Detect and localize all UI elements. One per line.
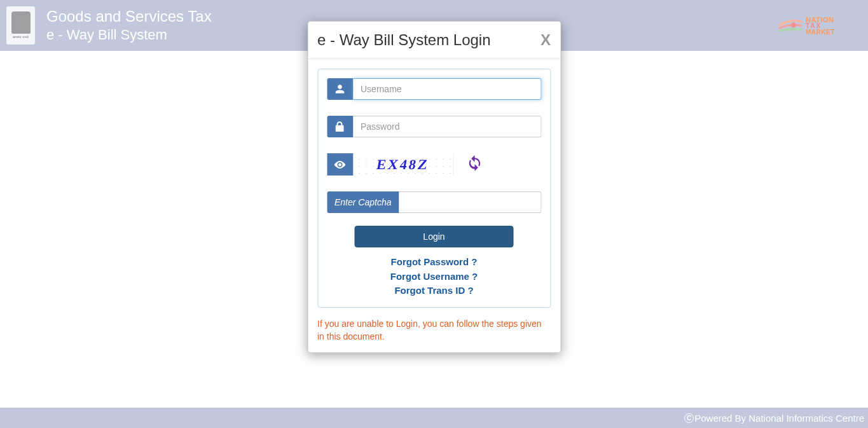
forgot-username-link[interactable]: Forgot Username ? [390,270,478,284]
login-button[interactable]: Login [355,226,514,247]
modal-body: EX48Z Enter Captcha Login Forgot Passwor… [308,59,560,352]
nation-tax-market-logo: NATION TAX MARKET [778,15,860,37]
help-links: Forgot Password ? Forgot Username ? Forg… [327,255,541,298]
login-panel: EX48Z Enter Captcha Login Forgot Passwor… [317,69,551,308]
header-title-main: Goods and Services Tax [46,6,212,26]
forgot-password-link[interactable]: Forgot Password ? [391,255,478,270]
lock-icon [327,116,353,137]
modal-title: e - Way Bill System Login [317,31,491,49]
username-group [327,78,541,100]
page-footer: C Powered By National Informatics Centre [0,408,868,428]
password-group [327,116,541,137]
header-titles: Goods and Services Tax e - Way Bill Syst… [46,6,212,45]
captcha-display-row: EX48Z [327,153,541,176]
footer-text: Powered By National Informatics Centre [694,413,864,424]
header-title-sub: e - Way Bill System [46,26,212,45]
password-input[interactable] [353,116,541,137]
copyright-icon: C [684,413,694,423]
captcha-input-group: Enter Captcha [327,191,541,213]
captcha-image: EX48Z [353,153,453,176]
eye-icon [327,153,353,176]
india-emblem-logo: सत्यमेव जयते [6,6,35,45]
modal-header: e - Way Bill System Login X [308,22,560,59]
captcha-input[interactable] [399,191,542,213]
help-document-link[interactable]: If you are unable to Login, you can foll… [317,317,551,343]
forgot-trans-id-link[interactable]: Forgot Trans ID ? [394,284,473,298]
login-modal: e - Way Bill System Login X [307,21,561,353]
refresh-captcha-button[interactable] [466,155,483,174]
captcha-label: Enter Captcha [327,191,399,213]
user-icon [327,78,353,100]
close-button[interactable]: X [541,32,551,48]
svg-point-0 [791,22,796,27]
username-input[interactable] [353,78,541,100]
